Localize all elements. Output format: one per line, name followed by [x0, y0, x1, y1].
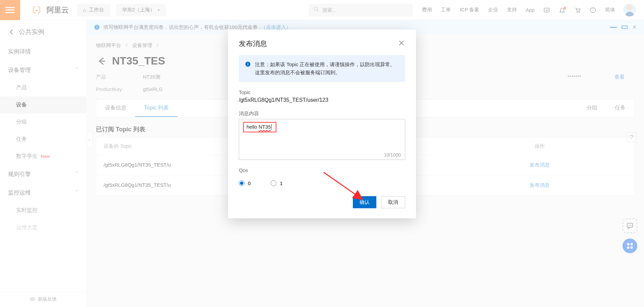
modal-note-text: 注意：如果该 Topic 正在被使用，请谨慎操作，以防出现异常。这里发布的消息不… — [255, 60, 399, 77]
qos-option-0[interactable]: 0 — [239, 180, 251, 186]
char-counter: 10/1000 — [384, 152, 401, 158]
qos-option-1[interactable]: 1 — [271, 180, 282, 186]
svg-point-27 — [248, 62, 248, 63]
modal-close-button[interactable] — [398, 39, 405, 48]
modal-message-label: 消息内容 — [239, 111, 405, 117]
svg-rect-26 — [248, 64, 248, 65]
modal-title-text: 发布消息 — [239, 39, 267, 48]
modal-topic-value: /gt5xRLG8Qg1/NT35_TEST/user/123 — [239, 97, 405, 103]
modal-topic-label: Topic — [239, 89, 405, 95]
modal-message-textarea[interactable]: hello NT35 10/1000 — [239, 119, 405, 160]
cancel-button[interactable]: 取消 — [381, 196, 405, 208]
publish-message-modal: 发布消息 注意：如果该 Topic 正在被使用，请谨慎操作，以防出现异常。这里发… — [228, 30, 416, 218]
info-icon — [245, 61, 251, 67]
confirm-button[interactable]: 确认 — [353, 196, 376, 208]
modal-qos-label: Qos — [239, 167, 405, 173]
message-text-highlight: hello NT35 — [243, 122, 276, 132]
